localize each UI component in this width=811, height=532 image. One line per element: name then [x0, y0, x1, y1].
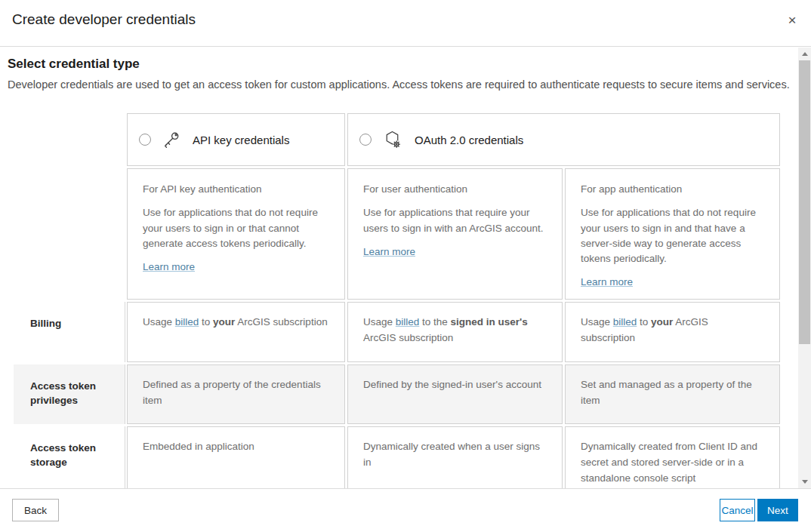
row-label-access-token-storage: Access token storage	[14, 426, 125, 488]
dialog-title: Create developer credentials	[12, 11, 196, 28]
oauth-app-gear-icon	[381, 129, 403, 151]
privileges-cell-app: Set and managed as a property of the ite…	[565, 364, 780, 424]
scroll-up-arrow-icon[interactable]	[798, 48, 811, 60]
oauth-option-label: OAuth 2.0 credentials	[415, 134, 523, 146]
app-auth-type: For app authentication	[581, 182, 764, 197]
bold-text: signed in user's	[451, 316, 528, 328]
billing-cell-app: Usage billed to your ArcGIS subscription	[565, 302, 780, 362]
billed-link[interactable]: billed	[613, 316, 637, 328]
scroll-down-arrow-icon[interactable]	[798, 475, 811, 488]
billed-link[interactable]: billed	[396, 316, 420, 328]
storage-cell-app: Dynamically created from Client ID and s…	[565, 426, 780, 488]
privileges-cell-api-key: Defined as a property of the credentials…	[127, 364, 345, 424]
billing-cell-api-key: Usage billed to your ArcGIS subscription	[127, 302, 345, 362]
api-key-auth-type: For API key authentication	[143, 182, 329, 197]
dialog-footer: Back Cancel Next	[0, 488, 811, 532]
billed-link[interactable]: billed	[175, 316, 199, 328]
bold-text: your	[213, 316, 235, 328]
section-description: Developer credentials are used to get an…	[8, 77, 793, 93]
row-label-billing: Billing	[14, 302, 125, 362]
create-developer-credentials-dialog: Create developer credentials × Select cr…	[0, 0, 811, 532]
option-card-api-key[interactable]: API key credentials	[127, 113, 345, 166]
vertical-scrollbar[interactable]	[798, 48, 811, 488]
api-key-option-label: API key credentials	[193, 134, 289, 146]
row-label-access-token-privileges: Access token privileges	[14, 364, 125, 424]
storage-cell-api-key: Embedded in application	[127, 426, 345, 488]
key-icon	[161, 130, 181, 150]
api-key-learn-more-link[interactable]: Learn more	[143, 261, 195, 272]
scrollbar-thumb[interactable]	[799, 60, 810, 344]
app-auth-learn-more-link[interactable]: Learn more	[581, 276, 633, 288]
api-key-description-cell: For API key authentication Use for appli…	[127, 168, 345, 300]
storage-cell-user: Dynamically created when a user signs in	[347, 426, 563, 488]
option-card-oauth[interactable]: OAuth 2.0 credentials	[347, 113, 780, 166]
user-auth-body: Use for applications that require your u…	[363, 205, 547, 236]
oauth-user-description-cell: For user authentication Use for applicat…	[347, 168, 563, 300]
api-key-auth-body: Use for applications that do not require…	[143, 205, 329, 251]
app-auth-body: Use for applications that do not require…	[581, 205, 764, 266]
oauth-radio[interactable]	[359, 134, 372, 146]
close-icon[interactable]: ×	[782, 11, 802, 30]
next-button[interactable]: Next	[757, 499, 798, 521]
user-auth-learn-more-link[interactable]: Learn more	[363, 246, 415, 257]
section-heading: Select credential type	[8, 57, 140, 72]
back-button[interactable]: Back	[12, 499, 59, 521]
privileges-cell-user: Defined by the signed-in user's account	[347, 364, 563, 424]
cancel-button[interactable]: Cancel	[720, 499, 755, 521]
user-auth-type: For user authentication	[363, 182, 547, 197]
dialog-header: Create developer credentials ×	[0, 0, 811, 47]
bold-text: your	[651, 316, 673, 328]
billing-cell-user: Usage billed to the signed in user's Arc…	[347, 302, 563, 362]
oauth-app-description-cell: For app authentication Use for applicati…	[565, 168, 780, 300]
api-key-radio[interactable]	[139, 134, 151, 146]
